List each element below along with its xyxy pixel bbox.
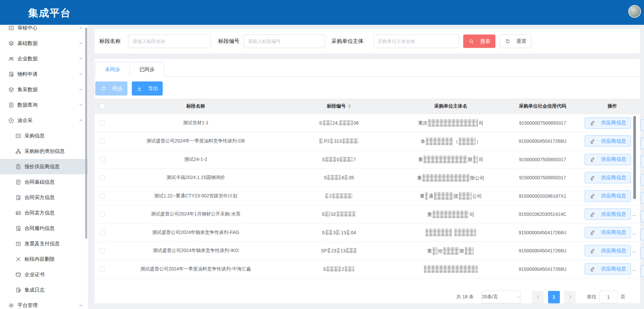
sidebar-item-enterprise-data[interactable]: 企业数据 [0,51,88,66]
sidebar-item-audit-center[interactable]: 审核中心 [0,25,88,36]
row-checkbox[interactable] [100,157,105,162]
col-header-actions: 操作 [580,103,640,109]
row-checkbox[interactable] [100,120,105,126]
sidebar-item-platform-management[interactable]: 平台管理 [0,298,88,309]
current-page-button[interactable]: 1 [548,291,560,303]
supplier-info-button[interactable]: 供应商信息 [585,190,631,202]
cell-buyer-name: 重通团公司 [396,192,505,200]
visible-text-fragment: 限 [468,157,473,162]
sidebar-item-invoice-payment-info[interactable]: 发票及支付信息 [0,236,88,251]
next-page-button[interactable] [564,291,576,303]
visible-text-fragment: 公司 [472,193,482,199]
sync-button[interactable]: 同步 [95,81,127,96]
sidebar-item-yu-qi-cai[interactable]: 渝企采 [0,113,88,128]
visible-text-fragment: （ [453,139,458,144]
sidebar-item-base-data[interactable]: 基础数据 [0,36,88,51]
row-checkbox[interactable] [100,175,105,180]
tab-synced[interactable]: 已同步 [130,62,164,77]
purchase-unit-input[interactable] [373,35,459,48]
redacted-text [426,229,452,236]
supplier-info-button[interactable]: 供应商信息 [585,208,631,220]
redacted-text [345,175,348,180]
select-all-checkbox[interactable] [100,104,105,109]
cell-actions: 供应商信息.. [580,227,640,238]
search-button[interactable]: 搜索 [463,35,495,48]
cell-actions: 供应商信息.. [580,245,640,256]
visible-text-fragment: 23 [331,248,336,253]
sidebar-item-data-query[interactable]: 数据查询 [0,97,88,113]
user-avatar[interactable] [628,5,641,18]
sidebar-item-central-purchase-data[interactable]: 集采数据 [0,82,88,97]
redacted-text [424,265,478,273]
supplier-info-button[interactable]: 供应商信息 [585,154,631,165]
supplier-info-button[interactable]: 供应商信息 [585,263,631,275]
row-checkbox[interactable] [100,248,105,253]
sidebar-item-enterprise-certificate[interactable]: 企业证书 [0,267,88,282]
sidebar-item-contract-seller-info[interactable]: 合同卖方信息 [0,205,88,221]
cell-actions: 供应商信息.. [580,263,640,275]
supplier-info-button[interactable]: 供应商信息 [585,245,631,256]
redacted-text [424,156,467,163]
sidebar-item-contract-base-info[interactable]: 合同基础信息 [0,174,88,190]
sidebar-item-contract-performance-info[interactable]: 合同履约信息 [0,221,88,236]
chevron-down-icon [78,87,83,92]
row-checkbox[interactable] [100,230,105,235]
visible-text-fragment: 313 [334,138,341,144]
page-size-select[interactable]: 20条/页 [482,291,521,303]
col-header-section-number[interactable]: 标段编号 [281,103,396,109]
sidebar-item-contract-buyer-info[interactable]: 合同买方信息 [0,190,88,205]
redacted-text [332,193,353,198]
sidebar-item-label: 基础数据 [17,40,78,47]
section-number-input[interactable] [244,35,325,48]
redacted-text [339,120,353,125]
supplier-info-button-label: 供应商信息 [601,138,626,144]
pagination: 共 18 条 20条/页 1 前往 页 [457,291,625,303]
reset-button[interactable]: 重置 [499,35,532,48]
sidebar-item-purchase-target-category-info[interactable]: 采购标的类别信息 [0,143,88,159]
sidebar-item-integration-log[interactable]: 集成日志 [0,282,88,298]
sidebar-item-purchase-info[interactable]: 采购信息 [0,128,88,143]
cell-section-number: S605 [281,175,396,180]
row-checkbox[interactable] [100,211,105,217]
visible-text-fragment: ） [476,139,481,144]
sidebar-item-section-content-delete[interactable]: 标段内容删除 [0,251,88,267]
tab-unsynced[interactable]: 未同步 [95,62,130,77]
cell-section-name: 测试盛普公司2024年一季度油料竞争性谈判-中海汇鑫 [110,266,281,272]
supplier-info-icon [15,164,21,170]
section-name-input[interactable] [128,35,211,48]
visible-text-fragment [452,230,454,235]
supplier-info-button[interactable]: 供应商信息 [585,117,631,129]
sort-carets-icon[interactable] [348,104,351,109]
certificate-icon [15,272,21,277]
row-checkbox[interactable] [100,266,105,272]
supplier-info-button[interactable]: 供应商信息 [585,227,631,238]
supplier-info-button[interactable]: 供应商信息 [585,172,631,183]
clipped-action-button-fragment [641,119,644,131]
clipped-action-button-fragment [641,138,644,149]
sidebar-item-label: 报价供应商信息 [24,164,83,170]
visible-text-fragment: S [322,157,325,162]
row-checkbox[interactable] [100,193,105,199]
supplier-info-button-label: 供应商信息 [601,175,626,181]
redacted-text [347,230,350,235]
cell-buyer-name: 重限公司 [396,174,505,182]
contract-performance-icon [15,226,21,231]
sidebar-scrollbar-thumb[interactable] [85,27,87,239]
prev-page-button[interactable] [532,291,544,303]
cell-section-number: SP2313 [281,248,396,253]
sidebar-item-material-request[interactable]: 物料申请 [0,66,88,82]
goto-page-input[interactable] [599,291,618,303]
cell-credit-code: 91500000450417268U [505,266,580,272]
cell-section-number: S24,06 [281,120,396,126]
sidebar-item-quote-supplier-info[interactable]: 报价供应商信息 [0,159,88,174]
redacted-text [459,137,476,145]
sidebar-item-label: 合同基础信息 [24,179,83,185]
visible-text-fragment: 团 [453,193,458,199]
row-checkbox[interactable] [100,138,105,144]
table-scrollbar-thumb[interactable] [633,116,636,199]
export-button[interactable]: 导出 [132,81,163,96]
supplier-info-button[interactable]: 供应商信息 [585,135,631,147]
page-unit-label: 页 [621,294,625,300]
cell-section-number: S2 [281,266,396,272]
table-row: 测试盛普公司2024年一季度油料竞争性谈判-中海汇鑫S2915000004504… [95,260,640,279]
